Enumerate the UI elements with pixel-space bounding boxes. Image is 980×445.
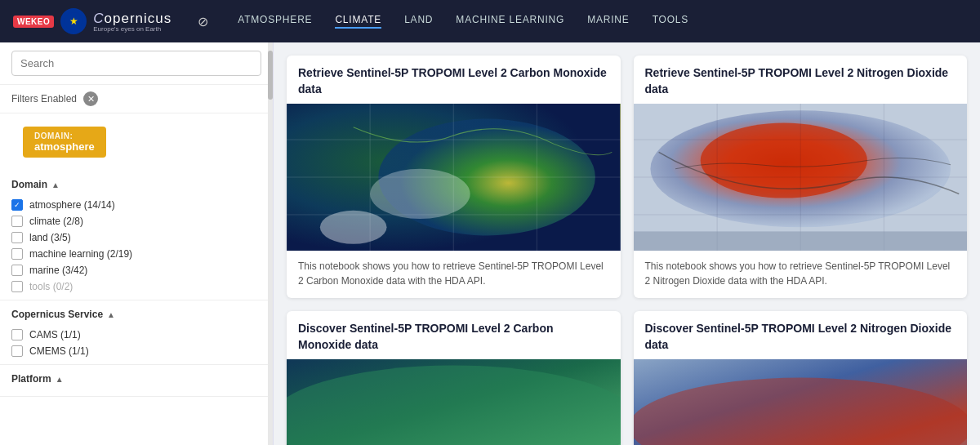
svg-point-15 [700,123,866,198]
svg-rect-22 [634,232,968,251]
card-no2-discover-title: Discover Sentinel-5P TROPOMI Level 2 Nit… [634,311,968,359]
platform-section: Platform ▲ [0,365,273,397]
cmems-label[interactable]: CMEMS (1/1) [29,345,89,357]
sidebar: Filters Enabled ✕ DOMAIN: atmosphere Dom… [0,42,274,445]
filter-tools: tools (0/2) [11,278,261,295]
copernicus-logo-text: Copernicus Europe's eyes on Earth [93,11,172,33]
filter-cams[interactable]: CAMS (1/1) [11,327,261,343]
nav-link-atmosphere[interactable]: ATMOSPHERE [238,14,312,29]
navbar: WEKEO ★ Copernicus Europe's eyes on Eart… [0,0,980,42]
card-no2-retrieve-image [634,104,968,251]
svg-text:★: ★ [69,16,78,27]
filters-enabled-label: Filters Enabled [11,93,77,105]
search-box [0,42,273,85]
card-co-discover-title: Discover Sentinel-5P TROPOMI Level 2 Car… [287,311,621,359]
land-label[interactable]: land (3/5) [29,232,71,243]
platform-section-title: Platform ▲ [11,373,261,385]
nav-link-tools[interactable]: TOOLS [653,14,688,29]
svg-point-12 [320,211,387,244]
filter-atmosphere[interactable]: atmosphere (14/14) [11,197,261,213]
platform-chevron-icon: ▲ [56,375,64,384]
card-co-retrieve-title: Retrieve Sentinel-5P TROPOMI Level 2 Car… [287,56,621,104]
main-content: Retrieve Sentinel-5P TROPOMI Level 2 Car… [274,42,980,445]
atmosphere-checkbox[interactable] [11,199,23,211]
climate-label[interactable]: climate (2/8) [29,216,83,227]
cards-grid: Retrieve Sentinel-5P TROPOMI Level 2 Car… [287,56,967,445]
ml-checkbox[interactable] [11,248,23,260]
nav-link-land[interactable]: LAND [404,14,433,29]
nav-link-marine[interactable]: MARINE [587,14,629,29]
land-checkbox[interactable] [11,232,23,243]
search-input[interactable] [11,51,261,76]
filter-land[interactable]: land (3/5) [11,229,261,246]
filter-machine-learning[interactable]: machine learning (2/19) [11,246,261,262]
main-layout: Filters Enabled ✕ DOMAIN: atmosphere Dom… [0,42,980,445]
marine-checkbox[interactable] [11,265,23,276]
card-no2-retrieve[interactable]: Retrieve Sentinel-5P TROPOMI Level 2 Nit… [634,56,968,298]
marine-label[interactable]: marine (3/42) [29,265,87,276]
card-co-discover[interactable]: Discover Sentinel-5P TROPOMI Level 2 Car… [287,311,621,445]
filter-icon[interactable]: ⊘ [198,14,208,29]
nav-link-machine-learning[interactable]: MACHINE LEARNING [456,14,564,29]
wekeo-badge: WEKEO [13,16,54,28]
climate-checkbox[interactable] [11,216,23,227]
cams-checkbox[interactable] [11,329,23,340]
logo-area: WEKEO ★ Copernicus Europe's eyes on Eart… [13,8,172,34]
tools-label: tools (0/2) [29,281,73,292]
card-no2-retrieve-description: This notebook shows you how to retrieve … [634,251,968,298]
nav-links: ATMOSPHERE CLIMATE LAND MACHINE LEARNING… [238,14,688,29]
filter-cmems[interactable]: CMEMS (1/1) [11,343,261,359]
scrollbar[interactable] [268,42,273,445]
domain-chevron-icon: ▲ [51,180,60,189]
eu-flag-icon: ★ [60,8,87,34]
card-co-discover-image [287,359,621,445]
card-co-retrieve-image [287,104,621,251]
nav-link-climate[interactable]: CLIMATE [335,14,381,29]
cmems-checkbox[interactable] [11,345,23,357]
cams-label[interactable]: CAMS (1/1) [29,329,81,340]
filter-climate[interactable]: climate (2/8) [11,213,261,229]
domain-tag-container: DOMAIN: atmosphere [11,120,261,164]
card-no2-discover[interactable]: Discover Sentinel-5P TROPOMI Level 2 Nit… [634,311,968,445]
tools-checkbox[interactable] [11,281,23,292]
domain-section: Domain ▲ atmosphere (14/14) climate (2/8… [0,171,273,300]
card-co-retrieve[interactable]: Retrieve Sentinel-5P TROPOMI Level 2 Car… [287,56,621,298]
copernicus-service-title: Copernicus Service ▲ [11,309,261,320]
atmosphere-label[interactable]: atmosphere (14/14) [29,199,115,211]
domain-section-title: Domain ▲ [11,179,261,190]
scroll-thumb[interactable] [268,51,273,100]
copernicus-service-chevron-icon: ▲ [107,310,115,319]
copernicus-service-section: Copernicus Service ▲ CAMS (1/1) CMEMS (1… [0,300,273,365]
domain-tag[interactable]: DOMAIN: atmosphere [23,127,106,158]
filter-marine[interactable]: marine (3/42) [11,262,261,278]
card-co-retrieve-description: This notebook shows you how to retrieve … [287,251,621,298]
filters-clear-button[interactable]: ✕ [83,91,98,106]
ml-label[interactable]: machine learning (2/19) [29,248,132,260]
filters-bar: Filters Enabled ✕ [0,85,273,113]
card-no2-retrieve-title: Retrieve Sentinel-5P TROPOMI Level 2 Nit… [634,56,968,104]
svg-point-11 [370,169,470,219]
card-no2-discover-image [634,359,968,445]
